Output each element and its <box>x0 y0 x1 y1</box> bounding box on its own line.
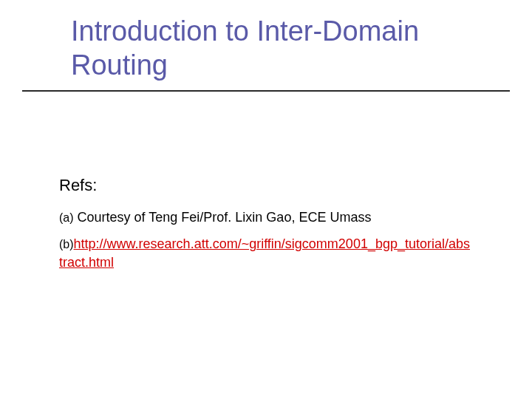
ref-marker: (b) <box>59 238 74 250</box>
body-block: Refs: (a) Courtesy of Teng Fei/Prof. Lix… <box>59 176 473 280</box>
horizontal-rule <box>22 90 510 92</box>
slide-title: Introduction to Inter-Domain Routing <box>71 15 514 82</box>
ref-link[interactable]: http://www.research.att.com/~griffin/sig… <box>59 236 470 269</box>
ref-item-b: (b)http://www.research.att.com/~griffin/… <box>59 235 473 271</box>
ref-marker: (a) <box>59 211 74 224</box>
slide: Introduction to Inter-Domain Routing Ref… <box>0 0 532 399</box>
title-block: Introduction to Inter-Domain Routing <box>71 15 514 82</box>
refs-label: Refs: <box>59 176 473 195</box>
ref-text: Courtesy of Teng Fei/Prof. Lixin Gao, EC… <box>78 210 372 225</box>
ref-item-a: (a) Courtesy of Teng Fei/Prof. Lixin Gao… <box>59 208 473 226</box>
